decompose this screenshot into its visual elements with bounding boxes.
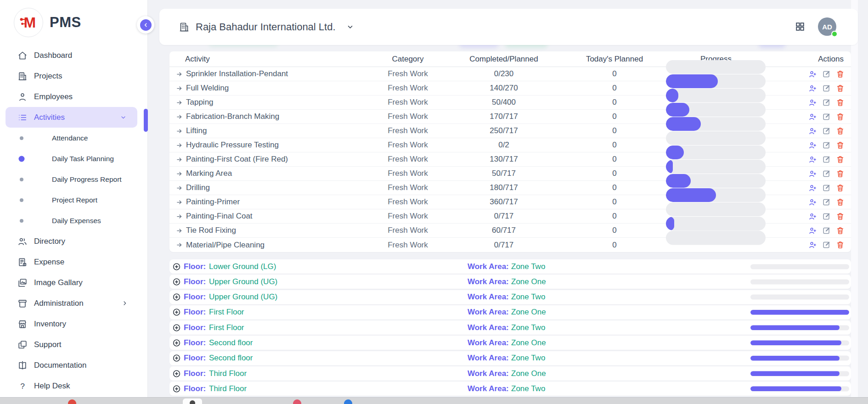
assign-user-icon[interactable] [808,127,817,135]
sidebar-item-support[interactable]: Support [0,334,147,355]
floor-value: Third Floor [209,369,247,378]
sidebar-item-dashboard[interactable]: Dashboard [0,45,147,66]
work-area-label: Work Area: [468,354,509,363]
expand-plus-icon[interactable] [172,369,181,378]
apps-grid-icon[interactable] [795,22,805,32]
bullet-dot-icon [19,156,25,162]
expand-plus-icon[interactable] [172,338,181,347]
todays-planned-value: 0 [612,152,616,166]
activity-category: Fresh Work [388,181,428,195]
sidebar-subitem-project-report[interactable]: Project Report [0,190,147,210]
edit-icon[interactable] [822,155,831,164]
progress-bar [666,146,766,159]
sidebar-item-projects[interactable]: Projects [0,66,147,86]
floor-progress-bar [750,325,849,330]
activity-category: Fresh Work [388,195,428,209]
todays-planned-value: 0 [612,124,616,138]
sidebar-item-employees[interactable]: Employees [0,86,147,107]
assign-user-icon[interactable] [808,70,817,79]
progress-bar [666,174,766,188]
delete-icon[interactable] [836,84,845,93]
assign-user-icon[interactable] [808,169,817,178]
edit-icon[interactable] [822,184,831,192]
sidebar-item-administration[interactable]: Administration [0,293,147,314]
assign-user-icon[interactable] [808,241,817,249]
assign-user-icon[interactable] [808,212,817,221]
assign-user-icon[interactable] [808,184,817,192]
expand-plus-icon[interactable] [172,384,181,393]
expand-plus-icon[interactable] [172,262,181,271]
work-area-value: Zone Two [511,262,545,271]
taskbar-app-icon [183,398,202,404]
assign-user-icon[interactable] [808,198,817,207]
assign-user-icon[interactable] [808,84,817,93]
delete-icon[interactable] [836,127,845,135]
edit-icon[interactable] [822,212,831,221]
activity-category: Fresh Work [388,209,428,223]
company-selector[interactable]: Raja Bahadur International Ltd. [179,9,355,45]
delete-icon[interactable] [836,184,845,192]
work-area-value: Zone Two [511,323,545,332]
delete-icon[interactable] [836,98,845,107]
delete-icon[interactable] [836,141,845,150]
sidebar-subitem-daily-expenses[interactable]: Daily Expenses [0,210,147,231]
sidebar-subitem-daily-task-planning[interactable]: Daily Task Planning [0,148,147,169]
expand-plus-icon[interactable] [172,308,181,317]
todays-planned-value: 0 [612,181,616,195]
sidebar-subitem-daily-progress-report[interactable]: Daily Progress Report [0,169,147,190]
assign-user-icon[interactable] [808,98,817,107]
floor-progress-bar [750,340,849,345]
assign-user-icon[interactable] [808,226,817,235]
sidebar-collapse-button[interactable] [137,16,154,34]
sidebar-item-expense[interactable]: Expense [0,252,147,272]
col-header-category: Category [392,51,424,67]
sidebar-item-activities[interactable]: Activities [6,107,137,128]
edit-icon[interactable] [822,84,831,93]
building-icon [17,71,28,81]
work-area-label: Work Area: [468,308,509,317]
activity-name: Drilling [186,183,210,192]
expand-plus-icon[interactable] [172,354,181,363]
work-area-value: Zone Two [511,354,545,363]
sidebar-item-inventory[interactable]: Inventory [0,314,147,334]
delete-icon[interactable] [836,226,845,235]
edit-icon[interactable] [822,226,831,235]
expand-plus-icon[interactable] [172,293,181,302]
arrow-right-icon [176,71,183,78]
sidebar-item-image-gallary[interactable]: Image Gallary [0,272,147,293]
edit-icon[interactable] [822,141,831,150]
assign-user-icon[interactable] [808,141,817,150]
user-avatar[interactable]: AD [818,17,836,36]
progress-bar [666,74,766,88]
copy-icon [17,340,28,350]
todays-planned-value: 0 [612,67,616,81]
edit-icon[interactable] [822,241,831,249]
sidebar-item-help-desk[interactable]: ? Help Desk [0,376,147,396]
assign-user-icon[interactable] [808,155,817,164]
edit-icon[interactable] [822,98,831,107]
delete-icon[interactable] [836,169,845,178]
floor-label: Floor: [184,323,206,332]
logo: M PMS [0,0,147,45]
delete-icon[interactable] [836,70,845,79]
sidebar-subitem-attendance[interactable]: Attendance [0,128,147,148]
delete-icon[interactable] [836,155,845,164]
expand-plus-icon[interactable] [172,277,181,286]
edit-icon[interactable] [822,112,831,121]
activity-category: Fresh Work [388,167,428,180]
floor-progress-bar [750,264,849,269]
delete-icon[interactable] [836,112,845,121]
delete-icon[interactable] [836,212,845,221]
edit-icon[interactable] [822,70,831,79]
edit-icon[interactable] [822,198,831,207]
edit-icon[interactable] [822,169,831,178]
delete-icon[interactable] [836,198,845,207]
todays-planned-value: 0 [612,95,616,109]
floor-value: First Floor [209,323,244,332]
sidebar-item-directory[interactable]: Directory [0,231,147,252]
delete-icon[interactable] [836,241,845,249]
assign-user-icon[interactable] [808,112,817,121]
sidebar-item-documentation[interactable]: Documentation [0,355,147,376]
expand-plus-icon[interactable] [172,323,181,332]
edit-icon[interactable] [822,127,831,135]
